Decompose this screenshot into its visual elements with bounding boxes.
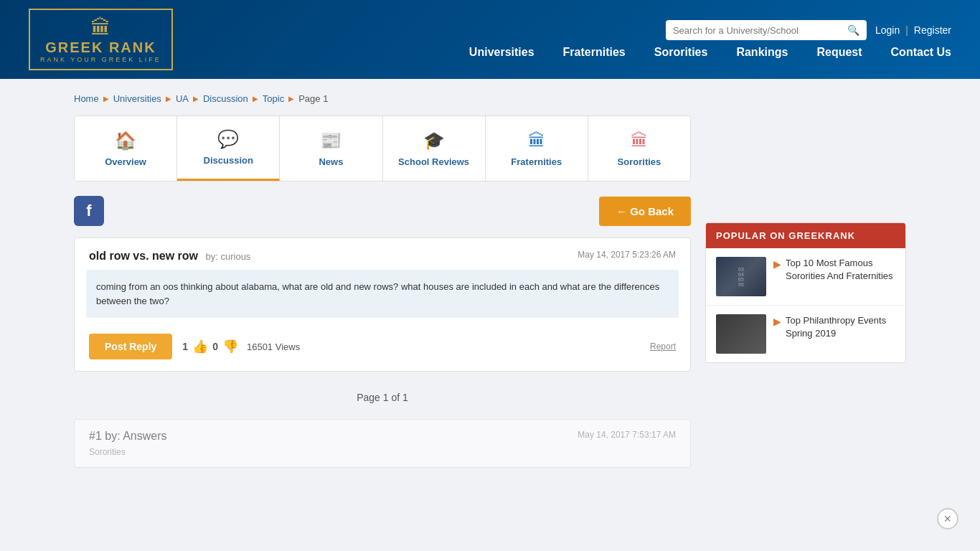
auth-links: Login | Register <box>875 24 951 36</box>
sidebar-spacer <box>705 93 906 222</box>
sidebar-thumb-1 <box>716 314 766 354</box>
post-by: by: curious <box>205 251 250 262</box>
breadcrumb-sep-1: ▶ <box>166 95 171 103</box>
sidebar-popular-header: POPULAR ON GREEKRANK <box>706 223 905 248</box>
sororities-icon: 🏛 <box>631 131 648 151</box>
nav-contact[interactable]: Contact Us <box>891 46 951 59</box>
discussion-icon: 💬 <box>217 129 239 149</box>
logo-text: GREEK RANK <box>45 39 156 56</box>
sidebar-arrow-0: ▶ <box>773 258 781 272</box>
sidebar-popular: POPULAR ON GREEKRANK 63646566 ▶ Top 10 M… <box>705 222 906 363</box>
tab-discussion[interactable]: 💬 Discussion <box>177 116 280 181</box>
main-content: Home ▶ Universities ▶ UA ▶ Discussion ▶ … <box>60 79 920 468</box>
breadcrumb-universities[interactable]: Universities <box>113 93 161 104</box>
post-title-area: old row vs. new row by: curious <box>89 250 250 263</box>
logo-icon: 🏛 <box>90 16 110 39</box>
fraternities-icon: 🏛 <box>528 131 545 151</box>
breadcrumb-discussion[interactable]: Discussion <box>203 93 248 104</box>
search-bar[interactable]: 🔍 <box>666 20 867 40</box>
post-footer: Post Reply 1 👍 0 👎 16501 Views Report <box>75 326 690 371</box>
sidebar-link-1[interactable]: ▶ Top Philanthropy Events Spring 2019 <box>773 314 895 340</box>
report-link[interactable]: Report <box>650 342 676 352</box>
tab-school-reviews[interactable]: 🎓 School Reviews <box>383 116 486 181</box>
sidebar-thumb-img-1 <box>716 314 766 354</box>
tab-fraternities-label: Fraternities <box>511 156 562 167</box>
vote-section: 1 👍 0 👎 16501 Views <box>182 339 300 354</box>
sidebar-item-0[interactable]: 63646566 ▶ Top 10 Most Famous Sororities… <box>706 248 905 306</box>
news-icon: 📰 <box>320 131 341 151</box>
breadcrumb-sep-3: ▶ <box>253 95 258 103</box>
next-post-preview: #1 by: Answers May 14, 2017 7:53:17 AM S… <box>74 419 691 468</box>
post-title: old row vs. new row by: curious <box>89 250 250 262</box>
sidebar-thumb-0: 63646566 <box>716 257 766 296</box>
facebook-icon[interactable]: f <box>74 196 104 226</box>
nav-fraternities[interactable]: Fraternities <box>563 46 626 59</box>
logo-box: 🏛 GREEK RANK RANK YOUR GREEK LIFE <box>29 9 173 70</box>
sidebar-thumb-img-0: 63646566 <box>716 257 766 296</box>
thumbs-up-count: 1 <box>182 341 188 352</box>
home-icon: 🏠 <box>115 131 136 151</box>
breadcrumb-topic[interactable]: Topic <box>263 93 284 104</box>
auth-divider: | <box>905 24 908 36</box>
tab-sororities-label: Sororities <box>618 156 661 167</box>
post-header: old row vs. new row by: curious May 14, … <box>75 238 690 270</box>
nav-sororities[interactable]: Sororities <box>654 46 708 59</box>
tab-fraternities[interactable]: 🏛 Fraternities <box>486 116 588 181</box>
nav-request[interactable]: Request <box>816 46 862 59</box>
breadcrumb-sep-2: ▶ <box>193 95 199 103</box>
breadcrumb-home[interactable]: Home <box>74 93 99 104</box>
next-post-date: May 14, 2017 7:53:17 AM <box>578 430 676 443</box>
post-body: coming from an oos thinking about alabam… <box>86 270 679 318</box>
search-input[interactable] <box>673 25 847 36</box>
tab-news[interactable]: 📰 News <box>280 116 382 181</box>
action-row: f ← Go Back <box>74 196 691 226</box>
pagination-text: Page 1 of 1 <box>357 392 408 403</box>
go-back-button[interactable]: ← Go Back <box>599 197 691 226</box>
next-post-num: #1 <box>89 430 102 442</box>
next-post-header: #1 by: Answers May 14, 2017 7:53:17 AM <box>89 430 676 443</box>
header-top: 🔍 Login | Register <box>666 20 951 40</box>
post-card: old row vs. new row by: curious May 14, … <box>74 237 691 372</box>
next-post-body: Sororities <box>89 447 676 457</box>
views-count: 16501 Views <box>247 342 300 352</box>
logo-area[interactable]: 🏛 GREEK RANK RANK YOUR GREEK LIFE <box>29 9 173 70</box>
logo-sub: RANK YOUR GREEK LIFE <box>40 56 161 63</box>
register-link[interactable]: Register <box>914 24 951 36</box>
search-icon: 🔍 <box>847 24 859 36</box>
sidebar-title-0: Top 10 Most Famous Sororities And Frater… <box>786 257 895 283</box>
school-reviews-icon: 🎓 <box>423 131 445 151</box>
left-column: Home ▶ Universities ▶ UA ▶ Discussion ▶ … <box>74 93 691 468</box>
sidebar-item-1[interactable]: ▶ Top Philanthropy Events Spring 2019 <box>706 306 905 362</box>
sidebar-link-0[interactable]: ▶ Top 10 Most Famous Sororities And Frat… <box>773 257 895 283</box>
tab-overview[interactable]: 🏠 Overview <box>75 116 177 181</box>
next-post-info: #1 by: Answers <box>89 430 167 443</box>
post-date: May 14, 2017 5:23:26 AM <box>578 250 676 260</box>
header-right: 🔍 Login | Register Universities Fraterni… <box>469 20 951 59</box>
thumbs-up-icon[interactable]: 👍 <box>192 339 208 354</box>
thumbs-down-icon[interactable]: 👎 <box>222 339 238 354</box>
thumbs-down-count: 0 <box>212 341 218 352</box>
nav-universities[interactable]: Universities <box>469 46 534 59</box>
breadcrumb-sep-0: ▶ <box>103 95 109 103</box>
post-title-text: old row vs. new row <box>89 250 198 262</box>
tab-sororities[interactable]: 🏛 Sororities <box>588 116 690 181</box>
sidebar-arrow-1: ▶ <box>773 315 781 329</box>
post-reply-button[interactable]: Post Reply <box>89 334 172 359</box>
tab-school-reviews-label: School Reviews <box>398 156 469 167</box>
breadcrumb: Home ▶ Universities ▶ UA ▶ Discussion ▶ … <box>74 93 691 104</box>
pagination: Page 1 of 1 <box>74 383 691 412</box>
breadcrumb-ua[interactable]: UA <box>176 93 189 104</box>
breadcrumb-page1: Page 1 <box>298 93 328 104</box>
breadcrumb-sep-4: ▶ <box>288 95 294 103</box>
right-column: POPULAR ON GREEKRANK 63646566 ▶ Top 10 M… <box>705 93 906 468</box>
tab-news-label: News <box>319 156 343 167</box>
sidebar-title-1: Top Philanthropy Events Spring 2019 <box>786 314 895 340</box>
tab-overview-label: Overview <box>105 156 146 167</box>
nav-menu: Universities Fraternities Sororities Ran… <box>469 46 951 59</box>
site-header: 🏛 GREEK RANK RANK YOUR GREEK LIFE 🔍 Logi… <box>0 0 980 79</box>
nav-rankings[interactable]: Rankings <box>736 46 788 59</box>
next-post-by: by: Answers <box>105 430 166 442</box>
tab-cards: 🏠 Overview 💬 Discussion 📰 News 🎓 School … <box>74 116 691 182</box>
login-link[interactable]: Login <box>875 24 900 36</box>
tab-discussion-label: Discussion <box>204 155 253 166</box>
